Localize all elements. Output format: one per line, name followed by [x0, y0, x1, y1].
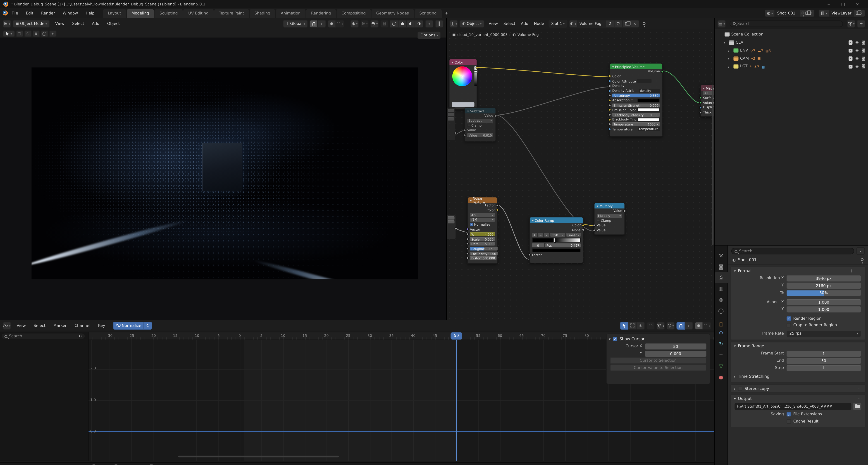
copy-icon[interactable]: [856, 11, 859, 15]
properties-tab[interactable]: ◍: [714, 294, 728, 305]
graph-menu-item[interactable]: Select: [30, 321, 49, 331]
tweak-select-button[interactable]: [620, 322, 628, 329]
shading-mode-button[interactable]: ◑: [415, 20, 424, 27]
value-output-socket[interactable]: [494, 114, 497, 117]
orientation-dropdown[interactable]: Global: [283, 20, 308, 27]
properties-tab[interactable]: ≡: [714, 350, 728, 361]
gizmo-toggle[interactable]: [361, 20, 369, 27]
select-lasso-icon[interactable]: ⊕: [32, 30, 40, 37]
checkbox-toggle[interactable]: [848, 40, 852, 44]
vector-input-socket[interactable]: [466, 228, 469, 231]
menu-item[interactable]: Help: [82, 8, 98, 18]
aspect-y-field[interactable]: 1.000: [786, 306, 861, 312]
resolution-x-field[interactable]: 3940 px: [786, 275, 861, 281]
clamp-checkbox[interactable]: [467, 124, 470, 127]
surface-input-socket[interactable]: [699, 97, 702, 99]
drag-handle-icon[interactable]: [702, 337, 708, 341]
outliner-row[interactable]: ▸ LGT ⌖ ☀7 ▦: [715, 62, 868, 70]
unlink-material-button[interactable]: [631, 20, 640, 27]
properties-tab[interactable]: ◯: [714, 305, 728, 316]
collection-name[interactable]: Scene Collection: [731, 32, 764, 37]
filter-arrows-icon[interactable]: [79, 334, 82, 339]
factor-output-socket[interactable]: [496, 204, 498, 207]
view-layer-name[interactable]: ViewLayer: [829, 10, 854, 16]
workspace-tab[interactable]: UV Editing: [183, 9, 213, 18]
editor-type-button[interactable]: [450, 20, 458, 27]
thickness-input-socket[interactable]: [699, 111, 702, 114]
outliner-row[interactable]: Scene Collection: [715, 31, 868, 38]
show-cursor-header[interactable]: Show Cursor: [609, 335, 707, 342]
shading-mode-button[interactable]: ◐: [407, 20, 415, 27]
fake-user-button[interactable]: [614, 20, 623, 27]
cursor-to-selection-button[interactable]: Cursor to Selection: [610, 357, 707, 364]
collection-name[interactable]: CLA: [736, 40, 743, 45]
node-noise-texture[interactable]: Noise Texture Factor Color 4D fBM Normal…: [467, 197, 498, 264]
expand-icon[interactable]: ▸: [728, 48, 732, 53]
presets-icon[interactable]: [850, 269, 852, 273]
ramp-options-dropdown[interactable]: [544, 233, 549, 237]
node-header[interactable]: Principled Volume: [610, 64, 662, 69]
density-input-socket[interactable]: [609, 85, 611, 87]
value-row[interactable]: Value0.010: [465, 133, 496, 137]
pause-button[interactable]: [435, 20, 443, 27]
cursor-tool-icon[interactable]: ◯: [41, 30, 48, 37]
cursor-y-field[interactable]: 0.000: [645, 351, 707, 357]
vertical-scrollbar[interactable]: [712, 85, 714, 245]
volume-input-socket[interactable]: [699, 101, 702, 104]
crop-region-checkbox[interactable]: [786, 323, 791, 327]
factor-input-socket[interactable]: [528, 254, 531, 256]
color-input-socket[interactable]: [609, 75, 611, 77]
scene-name[interactable]: Shot_001: [775, 10, 800, 16]
value-input-socket[interactable]: [463, 129, 466, 132]
drag-handle-icon[interactable]: [857, 269, 862, 273]
resolution-y-field[interactable]: 2160 px: [786, 283, 861, 289]
scale-row[interactable]: Scale0.050: [468, 237, 497, 241]
menu-item[interactable]: Render: [37, 8, 59, 18]
properties-tab[interactable]: ⚒: [714, 250, 728, 261]
drag-handle-icon[interactable]: [857, 344, 862, 348]
add-stop-button[interactable]: +: [532, 233, 537, 237]
value-output-socket[interactable]: [623, 209, 626, 212]
snap-dropdown[interactable]: [318, 20, 326, 27]
node-color[interactable]: Color: [449, 59, 477, 109]
temperature-row[interactable]: Temperature1000 K: [610, 122, 662, 127]
outliner-row[interactable]: ▸ ENV ▽7 ☁7 ▦3: [715, 46, 868, 54]
roughness-row[interactable]: Roughne...0.500: [468, 246, 497, 251]
material-browse-button[interactable]: [569, 20, 578, 27]
frame-range-panel-header[interactable]: Frame Range: [731, 342, 865, 350]
workspace-tab[interactable]: Animation: [276, 9, 306, 18]
stereoscopy-panel-header[interactable]: Stereoscopy: [731, 385, 865, 392]
scene-selector[interactable]: Shot_001: [765, 9, 815, 17]
resolution-percent-slider[interactable]: 50%: [786, 290, 861, 296]
color-output-socket[interactable]: [582, 224, 585, 227]
format-panel-header[interactable]: Format: [731, 267, 865, 274]
collection-name[interactable]: LGT: [740, 64, 748, 69]
stop-color-row[interactable]: [530, 247, 583, 252]
select-circle-icon[interactable]: ◌: [24, 30, 31, 37]
stop-color-swatch[interactable]: [532, 248, 581, 252]
clamp-row[interactable]: Clamp: [465, 123, 496, 128]
slot-dropdown[interactable]: Slot 1: [549, 20, 567, 27]
pin-icon[interactable]: [802, 11, 804, 14]
box-select-button[interactable]: [628, 322, 637, 329]
properties-tab[interactable]: ●: [714, 372, 728, 383]
hide-viewport-toggle[interactable]: [855, 56, 859, 61]
filter-dropdown[interactable]: [656, 322, 665, 329]
lacunarity-row[interactable]: Lacunarity2.000: [468, 251, 497, 256]
properties-tab[interactable]: ◙: [714, 261, 728, 272]
remove-icon[interactable]: [860, 11, 863, 15]
frame-rate-dropdown[interactable]: 25 fps: [786, 331, 861, 337]
show-errors-button[interactable]: [637, 322, 645, 329]
shader-type-dropdown[interactable]: Object: [460, 20, 485, 27]
aspect-x-field[interactable]: 1.000: [786, 299, 861, 305]
node-subtract[interactable]: Subtract Value Subtract Clamp Value Valu…: [465, 107, 496, 142]
frame-step-field[interactable]: 1: [786, 365, 861, 371]
interpolation-dropdown[interactable]: Linear: [566, 233, 581, 237]
node-principled-volume[interactable]: Principled Volume Volume Color Color Att…: [609, 63, 662, 137]
node-multiply[interactable]: Multiply Value Multiply Clamp Value Valu…: [594, 202, 625, 235]
graph-menu-item[interactable]: Channel: [71, 321, 94, 331]
select-tool-icon[interactable]: ▢: [16, 30, 23, 37]
clipped-node[interactable]: [447, 214, 456, 239]
clamp-checkbox[interactable]: [597, 219, 600, 222]
temperature-attribute-row[interactable]: Temperature ...temperature: [610, 127, 662, 132]
